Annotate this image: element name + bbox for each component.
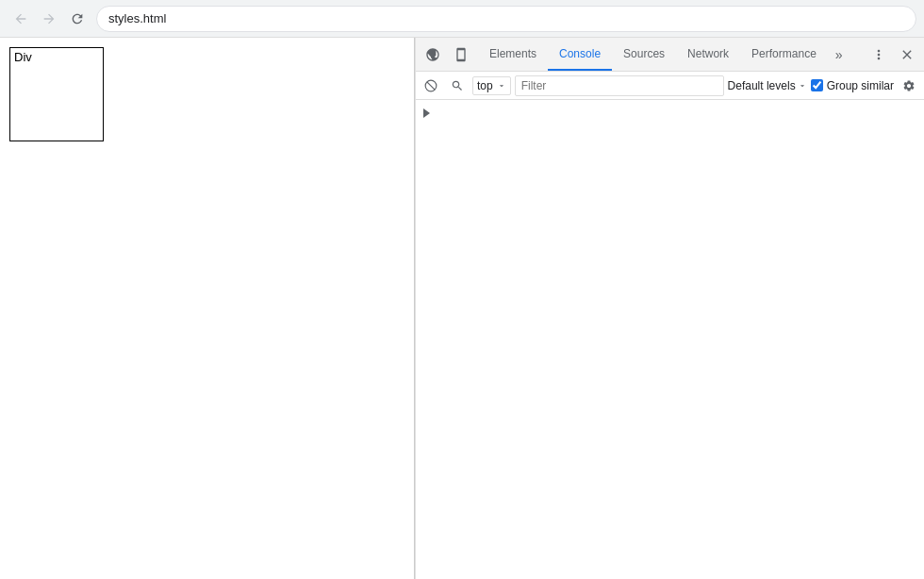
browser-toolbar — [0, 0, 924, 38]
devtools-panel: Elements Console Sources Network Perform… — [415, 38, 924, 579]
console-clear-button[interactable] — [420, 74, 442, 97]
console-filter-input[interactable] — [515, 75, 724, 96]
tab-elements[interactable]: Elements — [478, 38, 548, 71]
nav-buttons — [8, 6, 91, 32]
tab-network[interactable]: Network — [676, 38, 740, 71]
page-content: Div — [0, 38, 415, 579]
tab-sources[interactable]: Sources — [612, 38, 676, 71]
main-area: Div Elements — [0, 38, 924, 579]
console-expand-row[interactable] — [416, 104, 924, 124]
more-tabs-button[interactable]: » — [828, 38, 850, 71]
forward-button[interactable] — [36, 6, 62, 32]
devtools-close-button[interactable] — [894, 41, 920, 68]
address-bar[interactable] — [96, 6, 916, 32]
svg-line-2 — [427, 81, 435, 89]
demo-div: Div — [9, 47, 104, 141]
back-button[interactable] — [8, 6, 34, 32]
console-settings-button[interactable] — [898, 74, 920, 97]
refresh-button[interactable] — [64, 6, 91, 32]
devtools-topbar: Elements Console Sources Network Perform… — [416, 38, 924, 72]
group-similar-label[interactable]: Group similar — [811, 79, 894, 92]
device-toggle-button[interactable] — [448, 41, 474, 68]
context-selector[interactable]: top — [472, 76, 511, 95]
devtools-right-icons — [866, 41, 920, 68]
default-levels-dropdown[interactable]: Default levels — [728, 79, 807, 92]
inspect-element-button[interactable] — [420, 41, 446, 68]
devtools-dock-icons — [420, 41, 474, 68]
devtools-more-button[interactable] — [866, 41, 892, 68]
tab-console[interactable]: Console — [548, 38, 612, 71]
console-toolbar: top Default levels Group similar — [416, 72, 924, 100]
browser-window: Div Elements — [0, 0, 924, 579]
console-clear-messages-button[interactable] — [446, 74, 469, 97]
devtools-tabs: Elements Console Sources Network Perform… — [478, 38, 866, 71]
group-similar-checkbox[interactable] — [811, 79, 823, 91]
tab-performance[interactable]: Performance — [740, 38, 828, 71]
console-content — [416, 100, 924, 579]
expand-arrow-icon — [423, 108, 430, 118]
